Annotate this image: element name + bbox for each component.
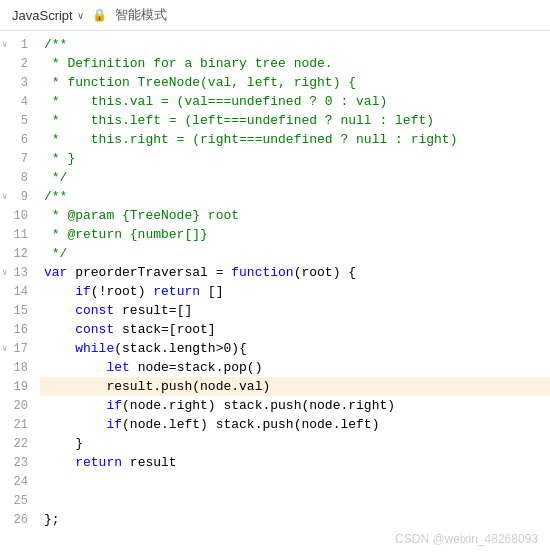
token-plain: (stack.length>0){ [114,341,247,356]
token-plain: (node.left) stack.push(node.left) [122,417,379,432]
token-plain: preorderTraversal = [67,265,231,280]
token-keyword: while [75,341,114,356]
line-number: 24 [0,472,36,491]
code-line: /** [40,35,550,54]
token-keyword: return [153,284,200,299]
token-keyword: var [44,265,67,280]
code-line: result.push(node.val) [40,377,550,396]
line-number: 2 [0,54,36,73]
token-plain: stack=[root] [114,322,215,337]
token-comment: * this.right = (right===undefined ? null… [44,132,457,147]
line-number: 21 [0,415,36,434]
token-plain [44,417,106,432]
token-plain: node=stack.pop() [130,360,263,375]
token-plain [44,398,106,413]
token-comment: * @param {TreeNode} root [44,208,239,223]
token-keyword: function [231,265,293,280]
language-label: JavaScript [12,8,73,23]
code-line: * Definition for a binary tree node. [40,54,550,73]
line-number: 7 [0,149,36,168]
token-comment: * } [44,151,75,166]
code-line: const stack=[root] [40,320,550,339]
line-numbers: ∨12345678∨9101112∨13141516∨1718192021222… [0,31,36,548]
fold-arrow-icon[interactable]: ∨ [2,343,7,354]
code-line: var preorderTraversal = function(root) { [40,263,550,282]
token-plain: result [122,455,177,470]
token-plain [44,341,75,356]
code-line: * this.right = (right===undefined ? null… [40,130,550,149]
token-plain: } [44,436,83,451]
token-plain: (!root) [91,284,153,299]
editor-container: JavaScript ∨ 🔒 智能模式 ∨12345678∨9101112∨13… [0,0,550,554]
code-line: if(node.right) stack.push(node.right) [40,396,550,415]
token-keyword: const [75,322,114,337]
toolbar: JavaScript ∨ 🔒 智能模式 [0,0,550,31]
code-line: * @param {TreeNode} root [40,206,550,225]
code-area: ∨12345678∨9101112∨13141516∨1718192021222… [0,31,550,548]
line-number: 14 [0,282,36,301]
line-number: 23 [0,453,36,472]
token-plain [44,455,75,470]
token-keyword: let [106,360,129,375]
fold-arrow-icon[interactable]: ∨ [2,191,7,202]
line-number: ∨9 [0,187,36,206]
line-number: 5 [0,111,36,130]
line-number: 26 [0,510,36,529]
chevron-down-icon: ∨ [77,10,84,21]
line-number: 8 [0,168,36,187]
token-keyword: const [75,303,114,318]
code-content[interactable]: /** * Definition for a binary tree node.… [36,31,550,548]
language-selector[interactable]: JavaScript ∨ [12,8,84,23]
line-number: 3 [0,73,36,92]
token-plain: }; [44,512,60,527]
token-comment: * this.val = (val===undefined ? 0 : val) [44,94,387,109]
token-plain [44,360,106,375]
code-line [40,491,550,510]
line-number: 11 [0,225,36,244]
code-line: while(stack.length>0){ [40,339,550,358]
smart-mode-label: 智能模式 [115,6,167,24]
line-number: 15 [0,301,36,320]
line-number: 16 [0,320,36,339]
token-comment: */ [44,246,67,261]
token-plain [44,303,75,318]
line-number: 22 [0,434,36,453]
code-line: const result=[] [40,301,550,320]
line-number: 6 [0,130,36,149]
code-line: let node=stack.pop() [40,358,550,377]
code-line [40,472,550,491]
token-plain: [] [200,284,223,299]
line-number: 25 [0,491,36,510]
line-number: 19 [0,377,36,396]
token-comment: */ [44,170,67,185]
line-number: 18 [0,358,36,377]
token-comment: /** [44,189,67,204]
fold-arrow-icon[interactable]: ∨ [2,39,7,50]
token-plain: (node.right) stack.push(node.right) [122,398,395,413]
code-line: */ [40,168,550,187]
token-keyword: if [106,417,122,432]
code-line: * function TreeNode(val, left, right) { [40,73,550,92]
token-comment: /** [44,37,67,52]
token-plain: result=[] [114,303,192,318]
code-line: /** [40,187,550,206]
token-plain: (root) { [294,265,356,280]
line-number: ∨13 [0,263,36,282]
code-line: if(!root) return [] [40,282,550,301]
line-number: 4 [0,92,36,111]
token-keyword: return [75,455,122,470]
token-keyword: if [106,398,122,413]
code-line: */ [40,244,550,263]
token-comment: * function TreeNode(val, left, right) { [44,75,356,90]
code-line: return result [40,453,550,472]
token-plain [44,284,75,299]
code-line: * } [40,149,550,168]
line-number: ∨17 [0,339,36,358]
code-line: } [40,434,550,453]
lock-icon: 🔒 [92,8,107,23]
code-line: }; [40,510,550,529]
code-line: * @return {number[]} [40,225,550,244]
fold-arrow-icon[interactable]: ∨ [2,267,7,278]
watermark: CSDN @weixin_48268093 [395,532,538,546]
code-line: * this.left = (left===undefined ? null :… [40,111,550,130]
